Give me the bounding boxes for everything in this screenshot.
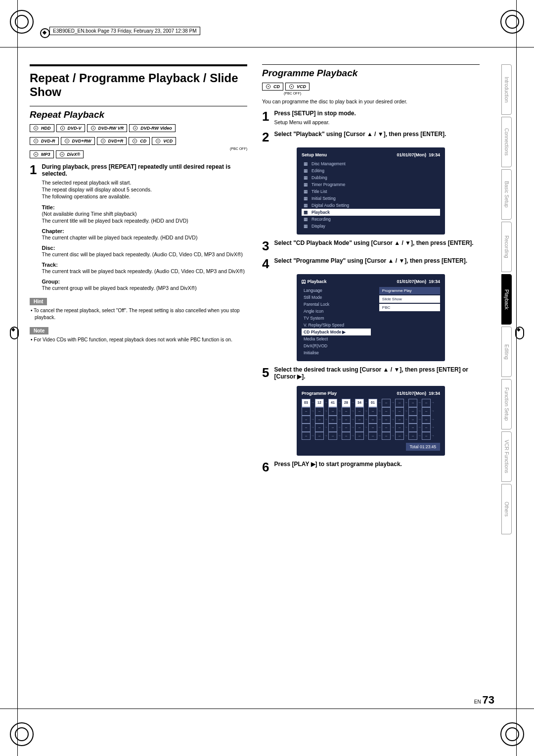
tab-vcr-functions[interactable]: VCR Functions — [501, 431, 512, 482]
prog-cell: -- — [368, 407, 377, 416]
prog-cell: -- — [355, 432, 364, 440]
prog-cell: -- — [302, 416, 311, 424]
svg-point-23 — [268, 86, 269, 87]
menu-item: ▦Dubbing — [302, 174, 440, 181]
crop-mark — [500, 722, 524, 746]
tab-playback[interactable]: Playback — [501, 274, 512, 325]
disc-icon-vcd: VCD — [285, 83, 310, 91]
prog-cell: 01 — [368, 399, 377, 407]
tab-function-setup[interactable]: Function Setup — [501, 379, 512, 429]
para-text: The current track will be played back re… — [42, 268, 247, 275]
svg-point-1 — [36, 128, 37, 129]
prog-cell: -- — [408, 399, 417, 407]
menu-item: Language — [302, 287, 371, 294]
cut-line — [0, 709, 534, 709]
step-number: 2 — [262, 131, 269, 143]
disc-icon-cd: CD — [262, 83, 283, 91]
menu-item: ▦Timer Programme — [302, 181, 440, 188]
disc-icons-row2: DVD-RDVD+RWDVD+RCDVCD — [30, 137, 247, 145]
prog-cell: -- — [408, 407, 417, 416]
crop-mark — [10, 722, 34, 746]
step-title: During playback, press [REPEAT] repeated… — [42, 163, 247, 177]
tab-others[interactable]: Others — [501, 484, 512, 534]
cut-line — [516, 0, 517, 756]
hint-label: Hint — [30, 298, 47, 305]
para-text: The current group will be played back re… — [42, 284, 247, 291]
prog-cell: -- — [408, 424, 417, 432]
page-number: EN 73 — [474, 694, 494, 707]
tab-connections[interactable]: Connections — [501, 117, 512, 167]
prog-cell: -- — [382, 432, 391, 440]
prog-cell: -- — [302, 432, 311, 440]
prog-cell: -- — [408, 432, 417, 440]
menu-item: CD Playback Mode ▶ — [302, 329, 371, 335]
subsection-repeat: Repeat Playback — [30, 109, 247, 120]
note-label: Note — [30, 327, 48, 334]
step-body: The selected repeat playback will start.… — [42, 179, 247, 200]
prog-cell: -- — [395, 399, 404, 407]
prog-pbc-note: (PBC OFF) — [284, 92, 480, 95]
menu-item: ▦Display — [302, 223, 440, 230]
disc-icon-dvd-r: DVD+R — [97, 137, 127, 145]
disc-icon-dvd-r: DVD-R — [30, 137, 59, 145]
prog-cell: -- — [355, 416, 364, 424]
prog-cell: -- — [315, 416, 324, 424]
prog-cell: -- — [328, 424, 337, 432]
svg-point-15 — [134, 141, 135, 142]
para-title: Disc: — [42, 245, 247, 251]
prog-cell: 41 — [328, 399, 337, 407]
prog-cell: -- — [395, 407, 404, 416]
para-text: (Not available during Time shift playbac… — [42, 210, 247, 224]
playback-screen: 🕮 Playback01/01/07(Mon) 19:34LanguageSti… — [297, 274, 445, 361]
prog-cell: -- — [368, 432, 377, 440]
menu-item: Still Mode — [302, 294, 371, 301]
side-tabs: IntroductionConnectionsBasic SetupRecord… — [501, 64, 512, 534]
step-title: Press [SETUP] in stop mode. — [274, 110, 480, 117]
prog-cell: -- — [382, 399, 391, 407]
disc-icon-divx-: DivX® — [56, 150, 84, 158]
prog-cell: 12 — [315, 399, 324, 407]
prog-cell: -- — [342, 432, 351, 440]
prog-cell: -- — [328, 432, 337, 440]
prog-cell: 03 — [302, 399, 311, 407]
prog-cell: -- — [302, 407, 311, 416]
menu-item: ▦Digital Audio Setting — [302, 202, 440, 209]
prog-cell: -- — [422, 407, 431, 416]
crop-mark — [10, 10, 34, 34]
tab-editing[interactable]: Editing — [501, 327, 512, 377]
cut-line — [17, 0, 18, 756]
step-body: Setup Menu will appear. — [274, 119, 480, 126]
prog-cell: -- — [315, 407, 324, 416]
note-text: • For Video CDs with PBC function, repea… — [30, 336, 247, 343]
svg-point-7 — [135, 128, 136, 129]
tab-basic-setup[interactable]: Basic Setup — [501, 169, 512, 220]
disc-icon-vcd: VCD — [152, 137, 176, 145]
prog-cell: -- — [342, 407, 351, 416]
prog-cell: -- — [408, 416, 417, 424]
para-title: Track: — [42, 262, 247, 268]
menu-item: Media Select — [302, 335, 371, 342]
prog-cell: -- — [382, 407, 391, 416]
disc-icon-dvd-rw-vr: DVD-RW VR — [87, 124, 128, 132]
step-number: 4 — [262, 257, 269, 270]
step-number: 1 — [30, 163, 37, 292]
svg-point-5 — [92, 128, 93, 129]
submenu-item: Programme Play — [379, 287, 440, 294]
svg-point-11 — [66, 141, 67, 142]
book-header: E3B90ED_EN.book Page 73 Friday, February… — [49, 27, 200, 35]
step-title: Select "Programme Play" using [Cursor ▲ … — [274, 257, 480, 264]
page-num: 73 — [483, 694, 494, 706]
tab-recording[interactable]: Recording — [501, 222, 512, 272]
prog-cell: 28 — [342, 399, 351, 407]
step-title: Select the desired track using [Cursor ▲… — [274, 366, 480, 380]
prog-cell: 34 — [355, 399, 364, 407]
cut-line — [0, 47, 534, 47]
step-number: 3 — [262, 239, 269, 252]
programme-play-screen: Programme Play01/01/07(Mon) 19:3403→12→4… — [297, 386, 445, 456]
menu-item: Initialise — [302, 349, 371, 356]
tab-introduction[interactable]: Introduction — [501, 64, 512, 115]
menu-item: ▦Recording — [302, 216, 440, 223]
disc-icon-cd: CD — [129, 137, 150, 145]
step-title: Select "Playback" using [Cursor ▲ / ▼], … — [274, 131, 480, 138]
menu-item: Parental Lock — [302, 301, 371, 308]
